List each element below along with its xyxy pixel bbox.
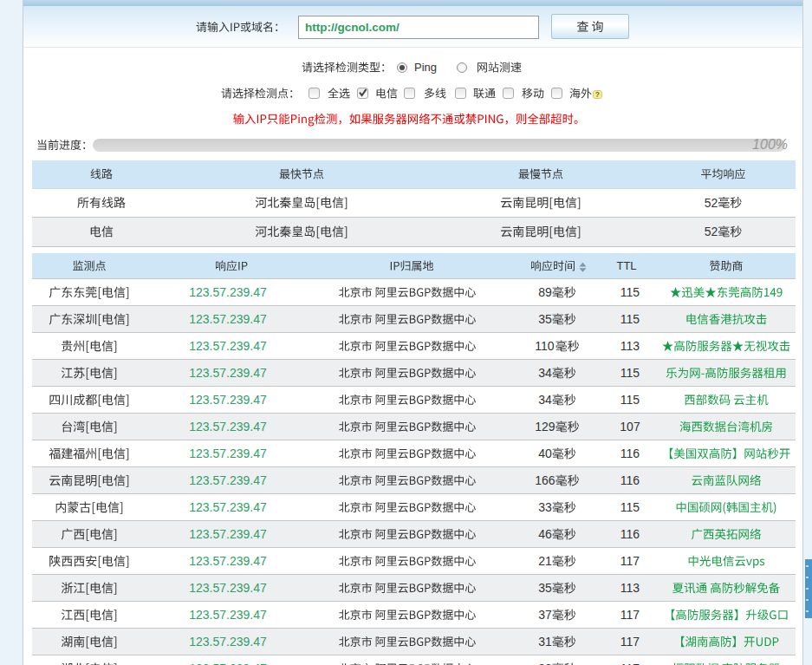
svg-text:46: 46 (538, 527, 552, 541)
svg-text:123.57.239.47: 123.57.239.47 (189, 339, 267, 353)
svg-text:37: 37 (538, 608, 552, 622)
svg-text:35: 35 (538, 312, 552, 326)
svg-text:117: 117 (620, 608, 640, 622)
svg-text:123.57.239.47: 123.57.239.47 (189, 473, 267, 487)
svg-text:21: 21 (538, 554, 552, 568)
svg-text:123.57.239.47: 123.57.239.47 (189, 393, 267, 407)
svg-text:123.57.239.47: 123.57.239.47 (189, 554, 267, 568)
svg-text:31: 31 (538, 635, 552, 649)
svg-text:89: 89 (538, 285, 552, 299)
svg-text:123.57.239.47: 123.57.239.47 (189, 527, 267, 541)
svg-text:115: 115 (620, 393, 640, 407)
svg-text:123.57.239.47: 123.57.239.47 (189, 447, 267, 460)
svg-text:?: ? (595, 90, 600, 99)
svg-text:TTL: TTL (616, 259, 636, 272)
svg-text:123.57.239.47: 123.57.239.47 (189, 662, 267, 665)
svg-text:123.57.239.47: 123.57.239.47 (189, 312, 267, 326)
svg-text:Ping: Ping (414, 61, 437, 74)
svg-text:115: 115 (620, 366, 640, 380)
svg-text:123.57.239.47: 123.57.239.47 (189, 366, 267, 380)
svg-text:33: 33 (538, 662, 552, 665)
svg-text:123.57.239.47: 123.57.239.47 (189, 285, 267, 299)
svg-text:115: 115 (620, 500, 640, 514)
svg-text:34: 34 (538, 366, 552, 380)
svg-text:110: 110 (535, 339, 555, 353)
svg-text:33: 33 (538, 500, 552, 514)
svg-text:34: 34 (538, 393, 552, 407)
svg-text:117: 117 (620, 635, 640, 649)
svg-text:100%: 100% (752, 137, 788, 152)
svg-text:113: 113 (620, 581, 640, 595)
svg-text:123.57.239.47: 123.57.239.47 (189, 635, 267, 649)
svg-text:123.57.239.47: 123.57.239.47 (189, 500, 267, 514)
svg-text:115: 115 (620, 285, 640, 299)
svg-text:52: 52 (705, 225, 718, 238)
svg-text:35: 35 (538, 581, 552, 595)
svg-text:115: 115 (620, 312, 640, 326)
svg-text:123.57.239.47: 123.57.239.47 (189, 608, 267, 622)
svg-text:107: 107 (620, 420, 640, 434)
svg-text:166: 166 (535, 473, 555, 487)
svg-text:123.57.239.47: 123.57.239.47 (189, 581, 267, 595)
svg-text:52: 52 (705, 196, 718, 210)
svg-text:116: 116 (620, 473, 640, 487)
svg-text:http://gcnol.com/: http://gcnol.com/ (305, 21, 400, 34)
svg-text:113: 113 (620, 339, 640, 353)
svg-text:117: 117 (620, 554, 640, 568)
svg-text:123.57.239.47: 123.57.239.47 (189, 420, 267, 434)
svg-text:129: 129 (535, 420, 555, 434)
svg-text:116: 116 (620, 527, 640, 541)
svg-text:116: 116 (620, 447, 640, 460)
svg-text:117: 117 (620, 662, 640, 665)
svg-text:40: 40 (538, 447, 552, 460)
